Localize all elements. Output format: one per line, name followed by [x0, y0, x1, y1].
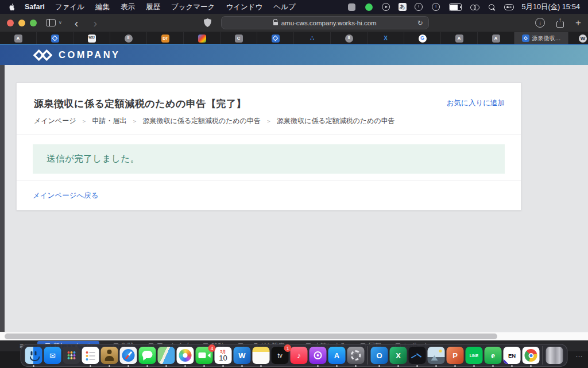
- breadcrumb-separator: ＞: [81, 117, 87, 125]
- play-circle-icon[interactable]: [381, 2, 391, 12]
- dock-evernote[interactable]: e: [485, 347, 502, 364]
- dock-maps[interactable]: [158, 347, 175, 364]
- content-card: 源泉徴収に係る定額減税のための申告【完了】 お気に入りに追加 メインページ ＞ …: [16, 82, 521, 210]
- tab-active[interactable]: 源泉徴収…: [514, 32, 568, 44]
- menu-item[interactable]: ブックマーク: [171, 2, 215, 12]
- dock-finder[interactable]: [25, 347, 42, 364]
- pinned-tab-wsj[interactable]: WSJ: [74, 32, 110, 44]
- dock-preview[interactable]: [428, 347, 445, 364]
- ime-japanese-icon[interactable]: あ: [399, 3, 407, 11]
- dock-photos[interactable]: [177, 347, 194, 364]
- running-indicator-dot: [222, 365, 224, 367]
- dock-safari[interactable]: [120, 347, 137, 364]
- dock-facetime[interactable]: 4: [196, 347, 213, 364]
- zoom-window-button[interactable]: [30, 20, 37, 26]
- dock-translate-en[interactable]: EN: [504, 347, 521, 364]
- tab-favicon: ∴: [308, 34, 316, 43]
- scrollbar-thumb[interactable]: [5, 334, 497, 339]
- dock-powerpoint[interactable]: P: [447, 347, 464, 364]
- pinned-tab-a1[interactable]: A: [0, 32, 37, 44]
- reload-icon[interactable]: ↻: [417, 19, 423, 27]
- pinned-tab-dr[interactable]: Dr: [147, 32, 184, 44]
- pinned-tab-x[interactable]: X: [368, 32, 404, 44]
- menu-item[interactable]: ヘルプ: [273, 2, 295, 12]
- pinned-tab-paw[interactable]: ∴: [294, 32, 331, 44]
- notes-blob-icon[interactable]: [347, 2, 357, 12]
- pinned-tab-wordpress[interactable]: W: [568, 32, 588, 44]
- dock-trash[interactable]: [546, 347, 563, 364]
- card-footer: メインページへ戻る: [17, 181, 521, 210]
- menu-clock[interactable]: 5月10日(金) 15:54: [522, 2, 580, 12]
- pinned-tab-circle2[interactable]: II: [331, 32, 368, 44]
- pinned-tab-a2[interactable]: A: [441, 32, 478, 44]
- minimize-window-button[interactable]: [18, 20, 25, 26]
- downloads-icon[interactable]: ↓: [535, 18, 545, 28]
- dock-mail[interactable]: ✉: [44, 347, 61, 364]
- dock-launchpad[interactable]: [63, 347, 80, 364]
- breadcrumb-link[interactable]: メインページ: [34, 116, 76, 126]
- handoff-rings-icon[interactable]: [470, 2, 479, 12]
- battery-icon[interactable]: [448, 2, 462, 12]
- running-indicator-dot: [378, 365, 380, 367]
- dock-music[interactable]: ♪: [291, 347, 308, 364]
- dock-podcasts[interactable]: [310, 347, 327, 364]
- breadcrumb-link[interactable]: 源泉徴収に係る定額減税のための申告: [277, 116, 395, 126]
- pinned-tab-circle1[interactable]: II: [110, 32, 147, 44]
- privacy-shield-icon[interactable]: [204, 18, 211, 27]
- menu-item[interactable]: 編集: [95, 2, 110, 12]
- dock-overflow-ellipsis[interactable]: …: [575, 350, 583, 359]
- close-window-button[interactable]: [7, 20, 14, 26]
- pinned-tabs: AWSJIIDrC∴IIXGAA: [0, 32, 514, 44]
- dock-stocks[interactable]: [409, 347, 426, 364]
- horizontal-scrollbar: [0, 332, 588, 340]
- pinned-tab-colorapp[interactable]: [184, 32, 220, 44]
- menu-item[interactable]: ウインドウ: [226, 2, 262, 12]
- control-center-icon[interactable]: [504, 2, 514, 12]
- dock-line[interactable]: LINE: [466, 347, 483, 364]
- dock-excel[interactable]: X: [390, 347, 407, 364]
- breadcrumb-link[interactable]: 申請・届出: [92, 116, 126, 126]
- pinned-tab-google[interactable]: G: [404, 32, 441, 44]
- dock-outlook[interactable]: O: [371, 347, 388, 364]
- chevron-down-icon[interactable]: ∨: [59, 20, 62, 25]
- menu-app-name[interactable]: Safari: [25, 3, 45, 11]
- menu-item[interactable]: ファイル: [55, 2, 84, 12]
- dock-word[interactable]: W: [234, 347, 251, 364]
- back-button[interactable]: ‹: [75, 18, 79, 28]
- share-icon[interactable]: [556, 18, 564, 28]
- dock-chrome[interactable]: [523, 347, 540, 364]
- line-status-icon[interactable]: [364, 2, 374, 12]
- dock-appstore[interactable]: A: [328, 347, 346, 364]
- dock-settings[interactable]: [347, 347, 365, 364]
- back-to-main-link[interactable]: メインページへ戻る: [33, 191, 99, 200]
- dock-messages[interactable]: [139, 347, 156, 364]
- running-indicator-dot: [397, 365, 399, 367]
- sidebar-toggle-icon[interactable]: [46, 19, 56, 26]
- dock-item[interactable]: [368, 346, 368, 365]
- dock-contacts[interactable]: [101, 347, 118, 364]
- dock-item[interactable]: [543, 346, 543, 365]
- apple-logo-icon[interactable]: [8, 3, 16, 12]
- pinned-tab-works1[interactable]: [37, 32, 74, 44]
- address-bar[interactable]: amu-cws.company.works-hi.com ↻: [221, 16, 429, 29]
- update-circle-icon[interactable]: [431, 2, 441, 12]
- pinned-tab-a3[interactable]: A: [478, 32, 514, 44]
- forward-button[interactable]: ›: [94, 18, 98, 28]
- add-favorite-link[interactable]: お気に入りに追加: [447, 98, 505, 108]
- new-tab-button[interactable]: +: [575, 17, 581, 29]
- spotlight-icon[interactable]: [487, 2, 497, 12]
- menu-item[interactable]: 表示: [121, 2, 135, 12]
- breadcrumb: メインページ ＞ 申請・届出 ＞ 源泉徴収に係る定額減税のための申告 ＞: [34, 116, 504, 126]
- lock-icon: [273, 22, 278, 25]
- running-indicator-dot: [530, 365, 532, 367]
- running-indicator-dot: [416, 365, 418, 367]
- dock-appletv[interactable]: tv 1: [272, 347, 289, 364]
- history-clock-icon[interactable]: [414, 2, 424, 12]
- pinned-tab-works2[interactable]: [257, 32, 294, 44]
- pinned-tab-c[interactable]: C: [220, 32, 257, 44]
- dock-notes[interactable]: [253, 347, 270, 364]
- dock-calendar[interactable]: 5月 10: [215, 347, 232, 364]
- breadcrumb-link[interactable]: 源泉徴収に係る定額減税のための申告: [142, 116, 261, 126]
- menu-item[interactable]: 履歴: [146, 2, 160, 12]
- dock-reminders[interactable]: [82, 347, 99, 364]
